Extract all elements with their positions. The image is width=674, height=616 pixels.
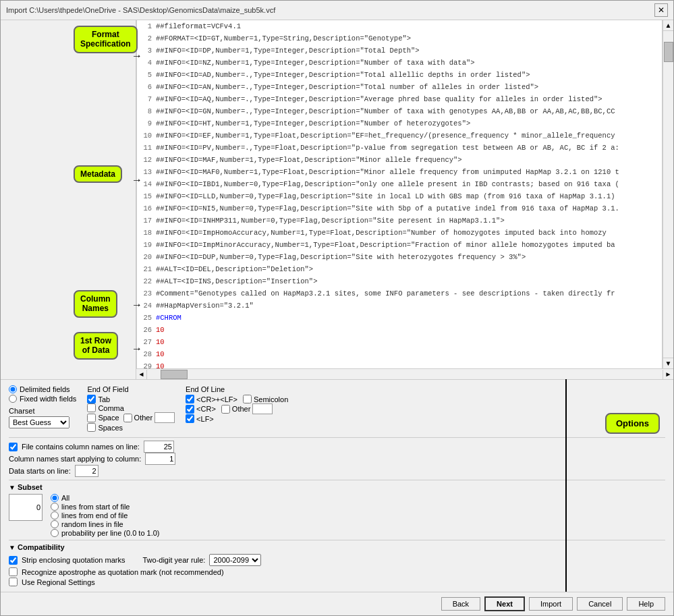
charset-select[interactable]: Best Guess UTF-8 ASCII	[9, 416, 69, 428]
import-button[interactable]: Import	[529, 597, 573, 611]
options-bubble: Options	[605, 413, 660, 434]
subset-radios: All lines from start of file lines from …	[51, 494, 160, 537]
line-number: 11	[137, 142, 156, 154]
all-radio-item: All	[51, 494, 160, 502]
apostrophe-label: Recognize apostrophe as quotation mark (…	[22, 568, 224, 576]
scroll-down-btn[interactable]: ▼	[663, 358, 674, 368]
strip-checkbox[interactable]	[9, 556, 18, 565]
annotation-area: FormatSpecification → Metadata → ColumnN…	[1, 20, 136, 379]
line-number: 8	[137, 105, 156, 117]
data-starts-input[interactable]	[75, 465, 99, 477]
other-eol-checkbox[interactable]	[221, 405, 230, 414]
apostrophe-checkbox[interactable]	[9, 567, 18, 576]
col-names-checkbox[interactable]	[9, 443, 18, 451]
comma-label: Comma	[98, 404, 124, 412]
scroll-right-btn[interactable]: ►	[663, 370, 673, 379]
code-line: 8##INFO=<ID=GN,Number=.,Type=Integer,Des…	[137, 105, 662, 117]
col-start-input[interactable]	[145, 453, 175, 465]
scroll-up-btn[interactable]: ▲	[663, 20, 674, 31]
format-spec-label: FormatSpecification	[80, 30, 131, 49]
line-text: #CHROM	[156, 312, 181, 324]
line-text: ##INFO=<ID=DUP,Number=0,Type=Flag,Descri…	[156, 251, 526, 263]
spaces-label: Spaces	[98, 424, 123, 432]
strip-row: Strip enclosing quotation marks Two-digi…	[9, 554, 665, 566]
data-starts-row: Data starts on line:	[9, 465, 665, 477]
lf-checkbox[interactable]	[186, 414, 194, 423]
metadata-label: Metadata	[80, 169, 115, 179]
horizontal-scrollbar[interactable]: ◄ ►	[136, 368, 673, 379]
probability-radio[interactable]	[51, 529, 59, 537]
line-number: 25	[137, 312, 156, 324]
semicolon-check-row: Semicolon	[243, 395, 288, 403]
code-line: 16##INFO=<ID=NI5,Number=0,Type=Flag,Desc…	[137, 202, 662, 215]
code-line: 20##INFO=<ID=DUP,Number=0,Type=Flag,Desc…	[137, 251, 662, 263]
format-spec-bubble: FormatSpecification	[74, 26, 138, 53]
code-lines-container: 1##fileformat=VCFv4.12##FORMAT=<ID=GT,Nu…	[137, 20, 662, 368]
metadata-arrow: →	[132, 174, 142, 186]
random-radio-item: random lines in file	[51, 520, 160, 528]
lines-start-radio[interactable]	[51, 503, 59, 511]
space-checkbox[interactable]	[87, 414, 96, 422]
col-names-line-input[interactable]	[144, 441, 174, 453]
line-number: 10	[137, 130, 156, 142]
charset-section: Charset Best Guess UTF-8 ASCII	[9, 407, 76, 428]
other-eof-input[interactable]	[155, 412, 175, 423]
tab-checkbox[interactable]	[87, 395, 96, 403]
line-text: ##INFO=<ID=AQ,Number=.,Type=Integer,Desc…	[156, 93, 602, 105]
cancel-button[interactable]: Cancel	[577, 597, 623, 611]
fixed-label: Fixed width fields	[20, 395, 76, 403]
regional-checkbox[interactable]	[9, 578, 18, 586]
scroll-left-btn[interactable]: ◄	[136, 370, 147, 379]
end-of-line-title: End Of Line	[186, 385, 288, 393]
spaces-checkbox[interactable]	[87, 423, 96, 432]
code-line: 19##INFO=<ID=ImpMinorAccuracy,Number=1,T…	[137, 239, 662, 251]
horiz-scroll-thumb[interactable]	[161, 370, 188, 379]
line-text: 10	[156, 348, 165, 360]
back-button[interactable]: Back	[441, 597, 480, 611]
delimited-radio[interactable]	[9, 385, 17, 393]
line-text: ##INFO=<ID=HT,Number=1,Type=Integer,Desc…	[156, 117, 470, 130]
scroll-thumb[interactable]	[664, 42, 673, 62]
help-button[interactable]: Help	[627, 597, 665, 611]
year-select[interactable]: 2000-2099 1930-2029	[209, 554, 261, 566]
line-text: ##INFO=<ID=NZ,Number=1,Type=Integer,Desc…	[156, 57, 475, 69]
colnames-label: ColumnNames	[80, 294, 111, 313]
subset-title: Subset	[18, 483, 43, 491]
options-divider1	[9, 437, 665, 438]
code-scroll-area: 1##fileformat=VCFv4.12##FORMAT=<ID=GT,Nu…	[136, 20, 673, 368]
compat-title: Compatibility	[18, 543, 65, 551]
line-text: ##fileformat=VCFv4.1	[156, 20, 241, 32]
crlf-check-row: <CR>+<LF>	[186, 395, 237, 403]
subset-input[interactable]	[9, 494, 43, 521]
fixed-radio[interactable]	[9, 395, 17, 403]
random-label: random lines in file	[61, 520, 123, 528]
semicolon-checkbox[interactable]	[243, 395, 252, 403]
col-start-label: Column names start applying to column:	[9, 455, 141, 463]
line-number: 22	[137, 275, 156, 287]
next-button[interactable]: Next	[484, 596, 525, 611]
code-line: 2##FORMAT=<ID=GT,Number=1,Type=String,De…	[137, 32, 662, 45]
crlf-checkbox[interactable]	[186, 395, 194, 403]
lines-end-radio[interactable]	[51, 511, 59, 520]
space-other-row: Space Other	[87, 412, 175, 423]
options-separator	[565, 379, 567, 592]
vertical-scrollbar[interactable]: ▲ ▼	[663, 20, 673, 368]
strip-label: Strip enclosing quotation marks	[22, 556, 125, 564]
comma-checkbox[interactable]	[87, 403, 96, 412]
other-eol-check-row: Other	[221, 403, 273, 414]
other-eol-input[interactable]	[252, 403, 273, 414]
code-line: 24##HapMapVersion="3.2.1"	[137, 300, 662, 312]
space-check-row: Space	[87, 412, 119, 423]
random-radio[interactable]	[51, 520, 59, 528]
code-line: 12##INFO=<ID=MAF,Number=1,Type=Float,Des…	[137, 154, 662, 166]
close-button[interactable]: ✕	[654, 3, 668, 17]
subset-body: All lines from start of file lines from …	[9, 494, 665, 537]
eol-row2: <CR> Other	[186, 403, 288, 414]
all-radio[interactable]	[51, 494, 59, 502]
import-dialog: Import C:\Users\thpede\OneDrive - SAS\De…	[0, 0, 674, 616]
code-line: 1##fileformat=VCFv4.1	[137, 20, 662, 32]
other-eof-checkbox[interactable]	[123, 414, 132, 422]
cr-checkbox[interactable]	[186, 405, 194, 414]
code-line: 23#Comment="Genotypes called on HapMap3.…	[137, 287, 662, 300]
line-number: 16	[137, 202, 156, 215]
